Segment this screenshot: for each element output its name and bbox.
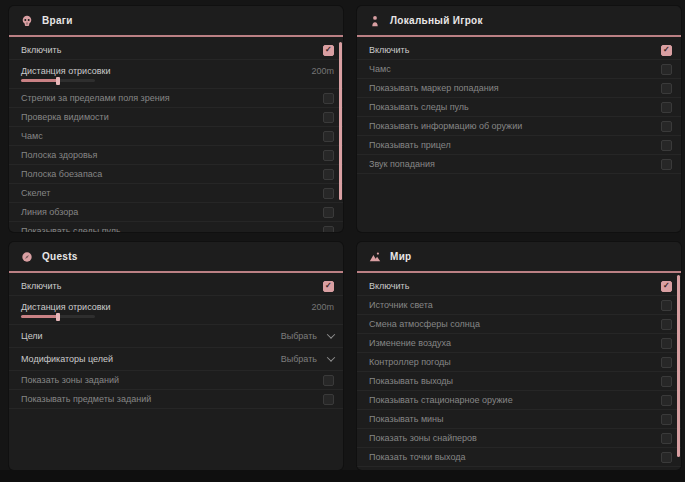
- checkbox[interactable]: [323, 375, 334, 386]
- overlay-root: Враги ВключитьДистанция отрисовки200mСтр…: [0, 0, 685, 482]
- checkbox[interactable]: [323, 169, 334, 180]
- checkbox[interactable]: [661, 338, 672, 349]
- panel-enemies-header: Враги: [9, 6, 343, 37]
- checkbox[interactable]: [661, 395, 672, 406]
- slider-line: Дистанция отрисовки200m: [21, 66, 334, 76]
- checkbox[interactable]: [661, 83, 672, 94]
- panel-title: Мир: [390, 251, 412, 262]
- setting-row: Чамс: [9, 127, 343, 146]
- setting-label: Показать зоны заданий: [21, 375, 119, 385]
- panel-world-rows: ВключитьИсточник светаСмена атмосферы со…: [357, 273, 681, 467]
- setting-row: Показывать выходы: [357, 372, 681, 391]
- setting-label: Контроллер погоды: [369, 357, 451, 367]
- setting-row: Показывать информацию об оружии: [357, 117, 681, 136]
- panel-enemies-rows: ВключитьДистанция отрисовки200mСтрелки з…: [9, 37, 343, 232]
- setting-label: Показывать маркер попадания: [369, 83, 499, 93]
- setting-row: Полоска боезапаса: [9, 165, 343, 184]
- panel-local-player-header: Локальный Игрок: [357, 6, 681, 37]
- setting-row: Скелет: [9, 184, 343, 203]
- setting-label: Показывать следы пуль: [21, 226, 121, 232]
- chevron-down-icon: [327, 353, 335, 361]
- checkbox[interactable]: [323, 45, 334, 56]
- slider[interactable]: [21, 79, 95, 82]
- setting-label: Чамс: [369, 64, 391, 74]
- checkbox[interactable]: [661, 452, 672, 463]
- checkbox[interactable]: [661, 121, 672, 132]
- setting-label: Источник света: [369, 300, 433, 310]
- dropdown[interactable]: Выбрать: [281, 354, 334, 364]
- setting-label: Чамс: [21, 131, 43, 141]
- setting-label: Показывать предметы заданий: [21, 394, 151, 404]
- setting-label: Изменение воздуха: [369, 338, 451, 348]
- setting-row: Показывать следы пуль: [9, 222, 343, 232]
- checkbox[interactable]: [661, 319, 672, 330]
- checkbox[interactable]: [661, 102, 672, 113]
- slider-handle[interactable]: [56, 313, 60, 321]
- checkbox[interactable]: [323, 112, 334, 123]
- setting-label: Полоска боезапаса: [21, 169, 102, 179]
- setting-row: Показать зоны заданий: [9, 371, 343, 390]
- setting-label: Проверка видимости: [21, 112, 109, 122]
- panel-grid: Враги ВключитьДистанция отрисовки200mСтр…: [9, 6, 681, 470]
- checkbox[interactable]: [323, 131, 334, 142]
- setting-label: Линия обзора: [21, 207, 78, 217]
- setting-row: Изменение воздуха: [357, 334, 681, 353]
- setting-label: Показывать выходы: [369, 376, 453, 386]
- setting-label: Полоска здоровья: [21, 150, 97, 160]
- setting-row: Включить: [357, 277, 681, 296]
- scrollbar[interactable]: [339, 42, 342, 200]
- dropdown-value: Выбрать: [281, 331, 317, 341]
- dropdown-value: Выбрать: [281, 354, 317, 364]
- setting-label: Включить: [21, 281, 61, 291]
- setting-row: Включить: [9, 277, 343, 296]
- panel-enemies: Враги ВключитьДистанция отрисовки200mСтр…: [9, 6, 343, 232]
- setting-label: Показывать следы пуль: [369, 102, 469, 112]
- setting-label: Смена атмосферы солнца: [369, 319, 480, 329]
- setting-label: Показывать информацию об оружии: [369, 121, 522, 131]
- setting-label: Дистанция отрисовки: [21, 66, 111, 76]
- checkbox[interactable]: [661, 64, 672, 75]
- panel-world-header: Мир: [357, 242, 681, 273]
- checkbox[interactable]: [323, 93, 334, 104]
- setting-label: Звук попадания: [369, 159, 435, 169]
- setting-row: ЦелиВыбрать: [9, 325, 343, 348]
- slider[interactable]: [21, 315, 95, 318]
- checkbox[interactable]: [661, 45, 672, 56]
- checkbox[interactable]: [323, 150, 334, 161]
- setting-row: Показать зоны снайперов: [357, 429, 681, 448]
- checkbox[interactable]: [323, 394, 334, 405]
- setting-row: Показывать предметы заданий: [9, 390, 343, 409]
- setting-label: Показывать мины: [369, 414, 444, 424]
- checkbox[interactable]: [661, 414, 672, 425]
- panel-quests-rows: ВключитьДистанция отрисовки200mЦелиВыбра…: [9, 273, 343, 409]
- setting-row: Показывать стационарное оружие: [357, 391, 681, 410]
- checkbox[interactable]: [661, 376, 672, 387]
- setting-row: Показывать следы пуль: [357, 98, 681, 117]
- checkbox[interactable]: [323, 226, 334, 233]
- setting-label: Модификаторы целей: [21, 354, 113, 364]
- panel-quests-header: Quests: [9, 242, 343, 273]
- slider-handle[interactable]: [56, 77, 60, 85]
- setting-row: Показывать мины: [357, 410, 681, 429]
- setting-row: Полоска здоровья: [9, 146, 343, 165]
- checkbox[interactable]: [323, 207, 334, 218]
- setting-row: Показывать прицел: [357, 136, 681, 155]
- checkbox[interactable]: [661, 159, 672, 170]
- panel-title: Quests: [42, 251, 78, 262]
- checkbox[interactable]: [661, 357, 672, 368]
- dropdown[interactable]: Выбрать: [281, 331, 334, 341]
- setting-label: Показывать прицел: [369, 140, 451, 150]
- scrollbar[interactable]: [677, 275, 680, 457]
- checkbox[interactable]: [323, 188, 334, 199]
- setting-label: Включить: [21, 45, 61, 55]
- checkbox[interactable]: [661, 433, 672, 444]
- panel-world: Мир ВключитьИсточник светаСмена атмосфер…: [357, 242, 681, 470]
- checkbox[interactable]: [661, 140, 672, 151]
- person-icon: [369, 15, 381, 27]
- setting-label: Включить: [369, 281, 409, 291]
- slider-value: 200m: [311, 66, 334, 76]
- checkbox[interactable]: [323, 281, 334, 292]
- checkbox[interactable]: [661, 281, 672, 292]
- checkbox[interactable]: [661, 300, 672, 311]
- compass-icon: [21, 251, 33, 263]
